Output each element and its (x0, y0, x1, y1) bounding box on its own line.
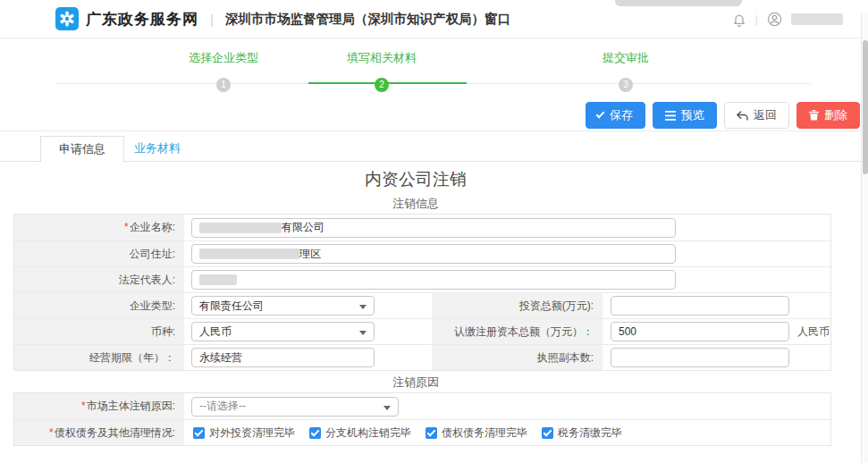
registered-capital-field: 人民币 (603, 319, 830, 344)
label-text: 公司住址: (130, 248, 175, 260)
company-type-value: 有限责任公司 (199, 299, 264, 314)
step-label: 填写相关材料 (347, 50, 417, 66)
save-label: 保存 (610, 107, 633, 123)
step-number-circle: 1 (216, 78, 231, 92)
invest-total-input[interactable] (611, 296, 789, 316)
currency-select[interactable]: 人民币 (191, 322, 375, 341)
tab-bar: 申请信息 业务材料 (0, 136, 868, 162)
bell-icon[interactable] (732, 13, 746, 27)
chevron-down-icon (359, 305, 367, 309)
legal-rep-label: 法定代表人: (14, 267, 184, 292)
company-address-field: 理区 (184, 241, 830, 266)
registered-capital-label: 认缴注册资本总额（万元）： (432, 319, 603, 344)
business-term-field (184, 345, 432, 370)
redaction-blob (199, 223, 282, 233)
check-icon (596, 110, 605, 119)
company-name-field: 有限公司 (184, 215, 830, 240)
site-brand: 广东政务服务网 (86, 9, 198, 29)
legal-rep-field (184, 267, 830, 292)
step-fill-materials[interactable]: 填写相关材料 2 (347, 50, 417, 92)
delete-button[interactable]: 删除 (796, 102, 860, 129)
company-name-input[interactable]: 有限公司 (191, 218, 676, 238)
invest-total-field (603, 293, 830, 318)
save-button[interactable]: 保存 (586, 102, 645, 129)
back-arrow-icon (737, 111, 748, 121)
company-name-label: *企业名称: (14, 215, 184, 240)
license-copies-field (603, 345, 830, 370)
currency-value: 人民币 (199, 324, 232, 340)
checkbox-label: 对外投资清理完毕 (209, 425, 295, 441)
redaction-blob (199, 274, 237, 285)
section-title-cancellation-reason: 注销原因 (0, 375, 831, 391)
checkbox-branch-cancellation[interactable]: 分支机构注销完毕 (309, 425, 411, 441)
gov-logo-icon (55, 7, 79, 30)
label-text: 市场主体注销原因: (87, 400, 175, 412)
required-asterisk: * (81, 400, 86, 412)
redaction-blob (199, 248, 299, 259)
row-company-address: 公司住址: 理区 (14, 240, 830, 266)
clearance-checkbox-group: 对外投资清理完毕 分支机构注销完毕 债权债务清理完毕 税务清缴完毕 (193, 425, 622, 441)
user-icon[interactable] (767, 12, 782, 27)
back-label: 返回 (754, 107, 777, 123)
cancellation-reason-table: *市场主体注销原因: --请选择-- *债权债务及其他清理情况: 对外投资清理完… (13, 392, 831, 446)
step-indicator: 选择企业类型 1 填写相关材料 2 提交审批 3 (0, 46, 868, 100)
checkbox-tax-settlement[interactable]: 税务清缴完毕 (542, 425, 622, 441)
row-cancel-reason: *市场主体注销原因: --请选择-- (14, 393, 830, 419)
business-term-input[interactable] (191, 348, 375, 367)
step-label: 选择企业类型 (189, 50, 258, 66)
checkbox-label: 税务清缴完毕 (558, 425, 622, 441)
capital-currency-suffix: 人民币 (797, 324, 830, 340)
required-asterisk: * (124, 221, 129, 233)
cancel-reason-select[interactable]: --请选择-- (191, 397, 399, 417)
window-title: 深圳市市场监督管理局（深圳市知识产权局）窗口 (225, 11, 510, 28)
header-right: | (732, 0, 843, 38)
required-asterisk: * (49, 426, 54, 439)
section-title-cancellation-info: 注销信息 (0, 196, 831, 212)
label-text: 债权债务及其他清理情况: (55, 426, 175, 439)
label-text: 法定代表人: (119, 274, 175, 286)
checkbox-debt-clearance[interactable]: 债权债务清理完毕 (426, 425, 527, 441)
company-type-label: 企业类型: (14, 293, 184, 318)
company-type-field: 有限责任公司 (184, 293, 432, 318)
row-company-type-invest: 企业类型: 有限责任公司 投资总额(万元): (14, 292, 830, 318)
label-text: 投资总额(万元): (519, 299, 594, 312)
tab-application-info[interactable]: 申请信息 (40, 136, 124, 162)
cancel-reason-value: --请选择-- (199, 399, 246, 414)
label-text: 企业类型: (130, 299, 175, 312)
row-currency-capital: 币种: 人民币 认缴注册资本总额（万元）： 人民币 (14, 318, 830, 344)
company-type-select[interactable]: 有限责任公司 (191, 296, 375, 316)
chevron-down-icon (383, 406, 391, 410)
registered-capital-input[interactable] (611, 322, 789, 341)
license-copies-input[interactable] (611, 348, 789, 367)
header-divider: | (210, 12, 214, 27)
checkbox-checked-icon (542, 427, 553, 439)
checkbox-outbound-investment[interactable]: 对外投资清理完毕 (193, 425, 295, 441)
step-submit-approval[interactable]: 提交审批 3 (603, 50, 649, 92)
checkbox-checked-icon (193, 427, 205, 439)
header-right-divider: | (755, 13, 758, 26)
label-text: 认缴注册资本总额（万元）： (454, 325, 594, 338)
invest-total-label: 投资总额(万元): (432, 293, 603, 318)
label-text: 币种: (151, 325, 175, 338)
clearance-field: 对外投资清理完毕 分支机构注销完毕 债权债务清理完毕 税务清缴完毕 (184, 420, 830, 445)
preview-label: 预览 (681, 107, 704, 123)
label-text: 企业名称: (130, 221, 175, 233)
back-button[interactable]: 返回 (724, 102, 789, 129)
clearance-label: *债权债务及其他清理情况: (14, 420, 184, 445)
tab-business-materials[interactable]: 业务材料 (134, 136, 181, 161)
step-choose-type[interactable]: 选择企业类型 1 (189, 50, 258, 92)
checkbox-label: 债权债务清理完毕 (442, 425, 527, 441)
scrollbar[interactable] (861, 13, 868, 463)
cancel-reason-label: *市场主体注销原因: (14, 393, 184, 419)
list-icon (665, 111, 676, 121)
legal-rep-input[interactable] (191, 270, 676, 290)
company-address-input[interactable]: 理区 (191, 244, 676, 264)
scrollbar-thumb[interactable] (863, 40, 868, 174)
delete-label: 删除 (824, 107, 847, 123)
preview-button[interactable]: 预览 (653, 102, 717, 129)
user-name-redacted[interactable] (791, 13, 843, 25)
step-label: 提交审批 (603, 50, 649, 66)
row-clearance-status: *债权债务及其他清理情况: 对外投资清理完毕 分支机构注销完毕 债权债务清理完毕 (14, 419, 830, 445)
row-legal-representative: 法定代表人: (14, 266, 830, 292)
currency-field: 人民币 (184, 319, 432, 344)
